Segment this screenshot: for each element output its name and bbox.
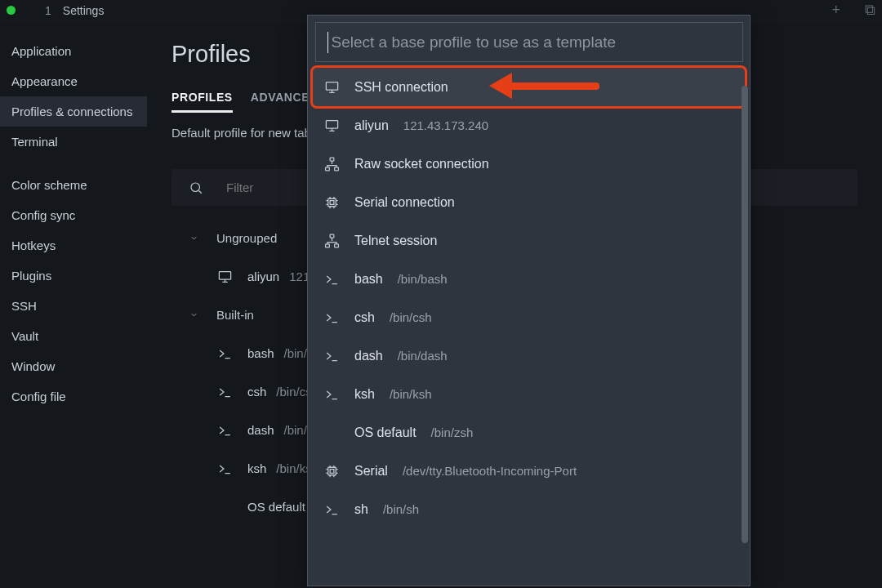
- option-sub: 121.43.173.240: [403, 118, 488, 132]
- sidebar-item-appearance[interactable]: Appearance: [0, 66, 147, 96]
- profile-option-ssh-connection[interactable]: SSH connection: [313, 68, 745, 106]
- option-name: Serial connection: [354, 195, 455, 210]
- option-sub: /bin/dash: [398, 349, 448, 363]
- sidebar-item-vault[interactable]: Vault: [0, 321, 147, 351]
- chevron-down-icon: [186, 307, 202, 323]
- option-name: ksh: [354, 387, 375, 402]
- prompt-icon: [324, 386, 340, 402]
- profile-picker-modal: SSH connection aliyun 121.43.173.240 Raw…: [307, 15, 751, 586]
- sidebar-item-ssh[interactable]: SSH: [0, 291, 147, 321]
- split-pane-icon[interactable]: ⧉: [865, 2, 875, 19]
- tab-index: 1: [45, 4, 51, 17]
- option-sub: /bin/ksh: [390, 387, 432, 401]
- sidebar-item-hotkeys[interactable]: Hotkeys: [0, 230, 147, 261]
- option-sub: /bin/sh: [383, 502, 419, 516]
- profile-option-os-default[interactable]: OS default /bin/zsh: [313, 413, 745, 452]
- profile-option-serial-connection[interactable]: Serial connection: [313, 183, 745, 221]
- option-name: OS default: [354, 425, 416, 440]
- profile-name: ksh: [247, 461, 266, 475]
- profile-name: aliyun: [247, 270, 279, 283]
- profile-option-aliyun[interactable]: aliyun 121.43.173.240: [313, 106, 745, 145]
- profile-option-dash[interactable]: dash /bin/dash: [313, 336, 745, 375]
- sidebar-item-window[interactable]: Window: [0, 351, 147, 381]
- prompt-icon: [217, 461, 233, 476]
- tab-profiles[interactable]: PROFILES: [172, 91, 233, 113]
- sidebar-item-config-file[interactable]: Config file: [0, 381, 147, 412]
- profile-picker-search[interactable]: [315, 22, 743, 62]
- profile-option-serial[interactable]: Serial /dev/tty.Bluetooth-Incoming-Port: [313, 452, 745, 490]
- option-name: Serial: [354, 464, 388, 479]
- settings-sidebar: ApplicationAppearanceProfiles & connecti…: [0, 21, 147, 588]
- option-name: sh: [354, 502, 368, 517]
- option-name: Telnet session: [354, 234, 437, 248]
- option-name: dash: [354, 349, 383, 363]
- sidebar-item-profiles-connections[interactable]: Profiles & connections: [0, 96, 147, 127]
- blank-icon: [217, 499, 233, 514]
- profile-option-ksh[interactable]: ksh /bin/ksh: [313, 375, 745, 413]
- sidebar-item-config-sync[interactable]: Config sync: [0, 200, 147, 230]
- new-tab-icon[interactable]: +: [831, 2, 840, 19]
- profile-option-bash[interactable]: bash /bin/bash: [313, 260, 745, 298]
- sidebar-item-application[interactable]: Application: [0, 36, 147, 66]
- profile-name: csh: [247, 385, 266, 399]
- profile-name: OS default: [247, 500, 305, 514]
- profile-picker-input[interactable]: [332, 33, 731, 51]
- traffic-light-green[interactable]: [7, 6, 16, 15]
- option-name: csh: [354, 310, 375, 325]
- profile-name: bash: [247, 346, 274, 360]
- option-name: bash: [354, 272, 383, 287]
- chevron-down-icon: [186, 230, 202, 246]
- option-name: Raw socket connection: [354, 157, 489, 172]
- monitor-icon: [217, 269, 233, 284]
- search-icon: [188, 180, 203, 195]
- profile-option-sh[interactable]: sh /bin/sh: [313, 490, 745, 528]
- option-sub: /dev/tty.Bluetooth-Incoming-Port: [403, 464, 577, 478]
- tab-settings[interactable]: 1 Settings: [35, 4, 114, 17]
- profile-option-raw-socket-connection[interactable]: Raw socket connection: [313, 145, 745, 183]
- option-sub: /bin/bash: [398, 272, 448, 286]
- tab-title: Settings: [63, 4, 105, 17]
- sidebar-item-terminal[interactable]: Terminal: [0, 127, 147, 157]
- sidebar-item-plugins[interactable]: Plugins: [0, 261, 147, 291]
- profile-name: dash: [247, 423, 274, 437]
- option-sub: /bin/csh: [390, 310, 432, 324]
- prompt-icon: [324, 501, 340, 517]
- option-name: aliyun: [354, 118, 389, 133]
- option-name: SSH connection: [354, 80, 448, 95]
- profile-option-telnet-session[interactable]: Telnet session: [313, 221, 745, 260]
- sidebar-item-color-scheme[interactable]: Color scheme: [0, 170, 147, 200]
- scrollbar[interactable]: [742, 86, 748, 543]
- option-sub: /bin/zsh: [431, 425, 474, 439]
- profile-option-csh[interactable]: csh /bin/csh: [313, 298, 745, 336]
